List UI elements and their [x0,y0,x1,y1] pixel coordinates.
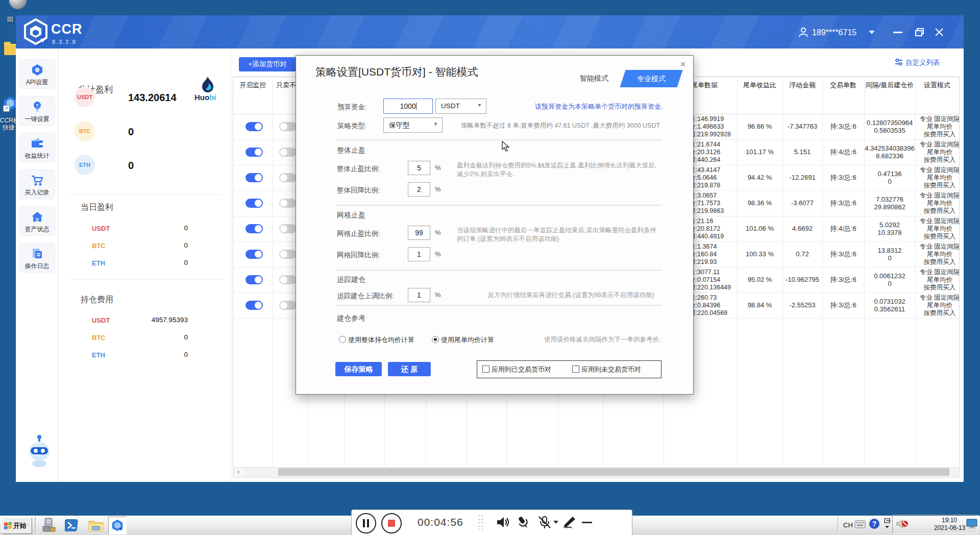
draw-pen-icon[interactable] [561,516,576,531]
ref-option-overall-radio[interactable] [339,336,346,343]
add-pair-button[interactable]: +添加货币对 [239,57,296,71]
holding-usdt-value: 4957.95393 [137,316,188,324]
apply-untraded-checkbox[interactable] [572,366,579,373]
overall-dd-label: 整体回降比例: [337,186,380,195]
budget-currency-select[interactable]: USDT▼ [435,99,486,114]
sell-only-toggle[interactable] [279,148,297,157]
overall-dd-input[interactable]: 2 [408,182,430,197]
ref-option-tail-radio[interactable] [432,336,439,343]
mic-dropdown-caret-icon[interactable] [553,521,558,524]
monitor-toggle[interactable] [246,122,263,131]
sell-only-toggle[interactable] [279,250,297,259]
ccr-shortcut-label-2[interactable]: 快捷 [3,124,15,132]
pause-recording-button[interactable] [356,513,376,533]
overall-tp-input[interactable]: 5 [408,161,430,175]
recycle-bin-label[interactable]: 回 [7,15,13,24]
screen: 回 ↗ CCR机 快捷 CCR 8.3.2.9 189****6715 API设… [0,0,980,535]
scroll-left-button[interactable]: ‹ [233,468,243,476]
close-window-button[interactable] [935,28,944,39]
monitor-toggle[interactable] [246,275,263,284]
microphone-icon[interactable] [517,515,530,531]
col-header-tail[interactable]: 尾单数据 [691,81,718,90]
apply-untraded-label[interactable]: 应用到未交易货币对 [581,365,641,374]
app-version: 8.3.2.9 [52,39,77,45]
dialog-title: 策略设置[USDT货币对] - 智能模式 [315,65,478,79]
sidebar-item-profit-stats[interactable]: 收益统计 [19,133,55,162]
col-header-interval[interactable]: 间隔/最后建仓价 [864,81,915,90]
file-explorer-icon[interactable] [88,518,104,534]
col-header-orders[interactable]: 交易单数 [822,81,864,90]
usdt-total-value: 143.20614 [128,92,177,104]
start-button[interactable]: 开始 [2,518,32,534]
ref-option-tail-label[interactable]: 使用尾单均价计算 [441,335,494,345]
daily-eth-label: ETH [92,259,105,267]
tab-smart-mode[interactable]: 智能模式 [580,74,608,83]
col-header-tail-ratio[interactable]: 尾单收益比 [737,81,782,90]
apply-traded-label[interactable]: 应用到已交易货币对 [492,365,551,374]
track-input[interactable]: 1 [408,288,430,302]
mic-muted-icon[interactable] [537,515,552,531]
budget-input[interactable]: 1000 [383,99,433,114]
tray-time: 19:10 [942,517,957,524]
sell-only-toggle[interactable] [279,275,297,284]
customize-list-link[interactable]: 自定义列表 [895,58,940,68]
sidebar-item-api-settings[interactable]: API设置 [19,59,55,89]
h-scrollbar-thumb[interactable] [278,468,949,476]
monitor-toggle[interactable] [246,199,263,208]
reset-button[interactable]: 还 原 [388,362,431,376]
server-manager-icon[interactable] [41,517,57,535]
ref-option-overall-label[interactable]: 使用整体持仓均价计算 [348,335,414,345]
monitor-toggle[interactable] [246,301,263,310]
speaker-icon[interactable] [496,516,510,531]
sidebar-item-onekey-settings[interactable]: T 一键设置 [19,96,55,126]
keyboard-icon[interactable] [854,520,866,530]
sell-only-toggle[interactable] [279,224,297,233]
sidebar-item-asset-status[interactable]: 资产状态 [19,206,55,236]
user-menu-caret-icon[interactable] [869,31,875,34]
huobi-wordmark: Huobi [194,93,216,102]
type-select[interactable]: 保守型▼ [383,117,443,133]
monitor-toggle[interactable] [246,173,263,182]
language-indicator[interactable]: CH [843,521,853,529]
monitor-toggle[interactable] [246,250,263,259]
monitor-toggle[interactable] [246,224,263,233]
monitor-toggle[interactable] [246,148,263,157]
sidebar-item-buy-records[interactable]: 买入记录 [19,169,55,199]
ccr-taskbar-icon[interactable] [108,517,127,534]
ccr-logo-icon [23,18,48,45]
sell-only-toggle[interactable] [279,199,297,208]
sell-only-toggle[interactable] [279,173,297,182]
muted-speaker-icon[interactable] [896,518,909,531]
save-strategy-button[interactable]: 保存策略 [335,362,382,376]
show-desktop-icon[interactable] [966,519,977,531]
apply-traded-checkbox[interactable] [482,366,489,373]
tab-pro-mode[interactable]: 专业模式 [620,70,682,87]
help-icon[interactable]: ? [869,519,879,529]
recorder-minimize-icon[interactable] [582,522,592,523]
stats-panel-divider [230,48,231,482]
col-header-float[interactable]: 浮动金额 [782,81,822,90]
sidebar-item-label: API设置 [19,78,55,87]
desktop-sphere-icon[interactable] [9,0,27,9]
tray-separator [838,517,839,532]
grid-dd-input[interactable]: 1 [408,247,430,261]
btc-total-value: 0 [128,126,134,138]
stop-recording-button[interactable] [381,513,402,533]
tray-expand-icon[interactable] [884,518,891,531]
powershell-icon[interactable] [65,519,78,533]
grid-tp-input[interactable]: 99 [408,226,430,240]
sell-only-toggle[interactable] [279,301,297,310]
budget-hint: 该预算资金为本策略单个货币对的预算资金. [535,102,663,111]
sell-only-toggle[interactable] [279,122,297,131]
dialog-close-icon[interactable]: × [677,59,689,70]
strategy-settings-dialog: 策略设置[USDT货币对] - 智能模式 × 智能模式 专业模式 预算资金: 1… [296,55,694,395]
sidebar-divider [58,48,58,482]
restore-button[interactable] [915,28,924,38]
minimize-button[interactable] [893,32,902,33]
assistant-robot-icon[interactable] [27,434,52,470]
col-header-monitor[interactable]: 开启监控 [233,81,273,90]
user-account[interactable]: 189****6715 [812,28,856,37]
col-header-mode[interactable]: 设置模式 [915,81,959,90]
drag-grip-icon[interactable] [478,514,484,533]
sidebar-item-operation-log[interactable]: 操作日志 [19,243,55,273]
